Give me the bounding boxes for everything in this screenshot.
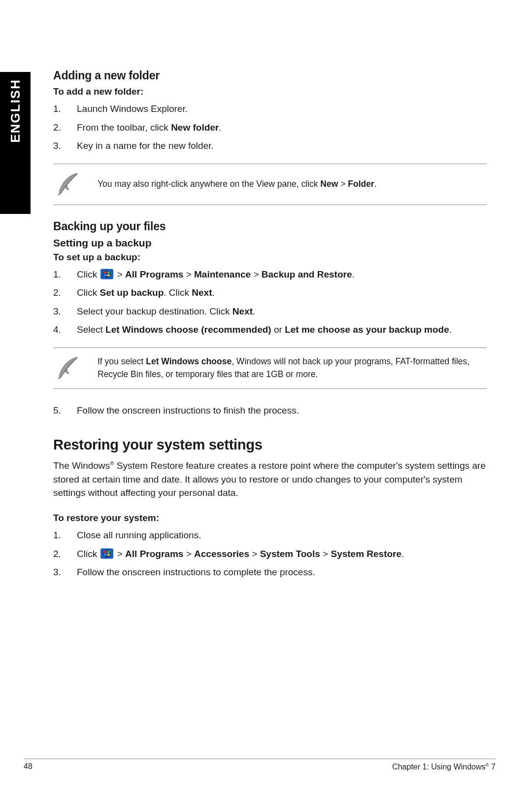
step-text: Close all running applications. — [77, 528, 487, 542]
step-text: Follow the onscreen instructions to comp… — [77, 565, 487, 579]
instr-setup-backup: To set up a backup: — [53, 252, 487, 263]
windows-start-icon — [100, 269, 113, 279]
steps-setup-backup-cont: 5. Follow the onscreen instructions to f… — [53, 404, 487, 418]
list-item: 4. Select Let Windows choose (recommende… — [53, 323, 487, 337]
step-text: Select your backup destination. Click Ne… — [77, 305, 487, 318]
language-label: ENGLISH — [8, 79, 23, 143]
step-number: 1. — [53, 102, 77, 116]
list-item: 3. Select your backup destination. Click… — [53, 305, 487, 318]
step-text: Select Let Windows choose (recommended) … — [77, 323, 487, 337]
step-number: 4. — [53, 323, 77, 337]
windows-start-icon — [100, 548, 113, 559]
instr-add-folder: To add a new folder: — [53, 86, 487, 97]
heading-adding-folder: Adding a new folder — [53, 69, 487, 82]
page-content: Adding a new folder To add a new folder:… — [53, 69, 487, 590]
feather-icon — [53, 355, 98, 382]
steps-setup-backup: 1. Click > All Programs > Maintenance > … — [53, 268, 487, 337]
steps-add-folder: 1. Launch Windows Explorer. 2. From the … — [53, 102, 487, 153]
note-box: If you select Let Windows choose, Window… — [53, 348, 487, 389]
step-number: 5. — [53, 404, 77, 418]
chapter-label: Chapter 1: Using Windows® 7 — [392, 762, 496, 771]
instr-restore: To restore your system: — [53, 513, 487, 523]
list-item: 1. Launch Windows Explorer. — [53, 102, 487, 116]
list-item: 3. Follow the onscreen instructions to c… — [53, 565, 487, 579]
list-item: 5. Follow the onscreen instructions to f… — [53, 404, 487, 418]
step-number: 3. — [53, 565, 77, 579]
steps-restore: 1. Close all running applications. 2. Cl… — [53, 528, 487, 579]
step-text: Click Set up backup. Click Next. — [77, 286, 487, 300]
step-number: 2. — [53, 547, 77, 561]
step-number: 1. — [53, 528, 77, 542]
step-text: Click > All Programs > Maintenance > Bac… — [77, 268, 487, 281]
list-item: 1. Click > All Programs > Maintenance > … — [53, 268, 487, 281]
list-item: 3. Key in a name for the new folder. — [53, 139, 487, 153]
step-number: 2. — [53, 286, 77, 300]
note-text: If you select Let Windows choose, Window… — [98, 355, 487, 381]
step-text: Follow the onscreen instructions to fini… — [77, 404, 487, 418]
page-number: 48 — [24, 762, 33, 771]
subheading-setup-backup: Setting up a backup — [53, 237, 487, 249]
list-item: 1. Close all running applications. — [53, 528, 487, 542]
note-text: You may also right-click anywhere on the… — [98, 178, 487, 190]
list-item: 2. Click > All Programs > Accessories > … — [53, 547, 487, 561]
note-box: You may also right-click anywhere on the… — [53, 164, 487, 205]
heading-backup: Backing up your files — [53, 220, 487, 233]
step-text: Launch Windows Explorer. — [77, 102, 487, 116]
page-footer: 48 Chapter 1: Using Windows® 7 — [24, 759, 496, 771]
feather-icon — [53, 171, 98, 198]
step-text: Click > All Programs > Accessories > Sys… — [77, 547, 487, 561]
intro-restoring: The Windows® System Restore feature crea… — [53, 459, 487, 500]
language-tab: ENGLISH — [0, 72, 31, 214]
list-item: 2. Click Set up backup. Click Next. — [53, 286, 487, 300]
step-number: 1. — [53, 268, 77, 281]
list-item: 2. From the toolbar, click New folder. — [53, 121, 487, 135]
step-number: 2. — [53, 121, 77, 135]
heading-restoring: Restoring your system settings — [53, 437, 487, 453]
step-number: 3. — [53, 139, 77, 153]
step-text: From the toolbar, click New folder. — [77, 121, 487, 135]
step-text: Key in a name for the new folder. — [77, 139, 487, 153]
step-number: 3. — [53, 305, 77, 318]
